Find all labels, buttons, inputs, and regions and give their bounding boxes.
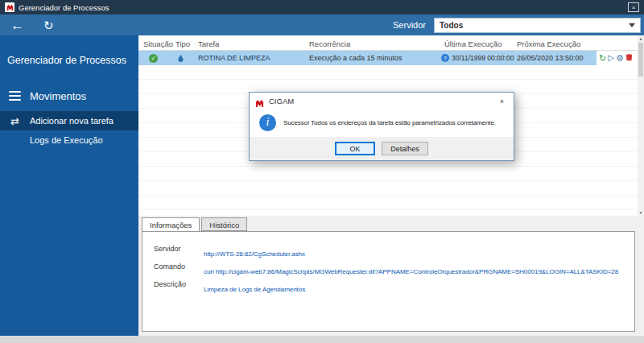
- col-recorrencia[interactable]: Recorrência: [309, 39, 350, 48]
- sidebar-section-label: Movimentos: [30, 90, 86, 102]
- details-tabs: Informações Histórico: [142, 217, 249, 232]
- scroll-up-icon[interactable]: ▲: [638, 36, 644, 41]
- menu-icon[interactable]: [9, 89, 21, 103]
- field-label: Descrição: [154, 280, 204, 288]
- details-button[interactable]: Detalhes: [382, 142, 428, 155]
- task-type-icon: [177, 54, 184, 64]
- details-box: Servidorhttp://WTS-28:82/CgScheduler.ash…: [142, 231, 635, 332]
- window-title: Gerenciador de Processos: [19, 3, 628, 12]
- dialog-message: Sucesso! Todos os endereços da tarefa es…: [283, 119, 496, 126]
- cell-proxima-execucao: 26/05/2020 13:50:00: [517, 54, 584, 62]
- sidebar-item-adicionar-nova-tarefa[interactable]: ⇄ Adicionar nova tarefa: [0, 111, 138, 130]
- swap-arrows-icon: ⇄: [9, 116, 21, 126]
- field-descricao: DescriçãoLimpeza de Logs de Agendamentos: [154, 280, 305, 295]
- server-select[interactable]: Todos: [434, 18, 641, 33]
- tab-historico[interactable]: Histórico: [201, 217, 247, 231]
- tab-informacoes[interactable]: Informações: [142, 217, 200, 232]
- col-situacao[interactable]: Situação: [143, 39, 173, 48]
- dialog-buttons: OK Detalhes: [250, 137, 514, 160]
- refresh-button[interactable]: ↻: [43, 19, 54, 31]
- run-task-icon[interactable]: ↻: [599, 54, 606, 63]
- col-tipo[interactable]: Tipo: [175, 39, 190, 48]
- row-actions: ↻ ▷ ⚙: [599, 51, 638, 65]
- info-icon: i: [259, 114, 276, 131]
- window-titlebar: Gerenciador de Processos ×: [0, 0, 644, 14]
- sidebar: Gerenciador de Processos Movimentos ⇄ Ad…: [0, 35, 138, 336]
- chevron-down-icon: [629, 23, 635, 27]
- question-flag-icon: ?: [441, 54, 449, 62]
- field-label: Servidor: [154, 245, 204, 253]
- status-ok-icon: ✓: [149, 54, 158, 63]
- window-close-button[interactable]: ×: [628, 2, 639, 12]
- message-dialog: CIGAM × i Sucesso! Todos os endereços da…: [249, 92, 514, 161]
- sidebar-item-label: Logs de Execução: [30, 135, 103, 145]
- field-comando: Comandocurl http://cigam-web7:86/MagicSc…: [154, 262, 618, 277]
- cell-tarefa: ROTINA DE LIMPEZA: [198, 54, 270, 62]
- sidebar-section-movimentos: Movimentos: [0, 89, 138, 103]
- scroll-down-icon[interactable]: ▼: [638, 210, 644, 215]
- scrollbar-thumb[interactable]: [638, 43, 643, 76]
- cigam-logo-icon: [255, 97, 264, 105]
- dialog-title: CIGAM: [269, 97, 496, 105]
- back-button[interactable]: ←: [10, 19, 24, 32]
- col-proxima-execucao[interactable]: Próxima Execução: [517, 39, 580, 48]
- toolbar: ← ↻ Servidor Todos: [0, 14, 644, 35]
- cigam-logo-icon: [5, 2, 14, 12]
- delete-task-icon[interactable]: [625, 53, 633, 63]
- app-window: Gerenciador de Processos × ← ↻ Servidor …: [0, 0, 644, 343]
- sidebar-item-label: Adicionar nova tarefa: [30, 116, 114, 126]
- field-value-link[interactable]: Limpeza de Logs de Agendamentos: [204, 286, 305, 293]
- field-value-link[interactable]: curl http://cigam-web7:86/MagicScripts/M…: [204, 268, 618, 275]
- sidebar-title: Gerenciador de Processos: [0, 35, 138, 66]
- ok-button[interactable]: OK: [335, 142, 375, 155]
- task-settings-icon[interactable]: ⚙: [616, 54, 624, 63]
- play-task-icon[interactable]: ▷: [608, 54, 614, 62]
- field-servidor: Servidorhttp://WTS-28:82/CgScheduler.ash…: [154, 245, 305, 259]
- cell-ultima-execucao: 30/11/1999 00:00:00: [452, 54, 514, 62]
- table-row-selected[interactable]: ✓ ROTINA DE LIMPEZA Execução a cada 15 m…: [138, 51, 597, 65]
- table-header: Situação Tipo Tarefa Recorrência Última …: [138, 37, 638, 51]
- dialog-titlebar: CIGAM ×: [250, 93, 514, 110]
- window-bottom-border: [0, 336, 644, 343]
- field-label: Comando: [154, 262, 204, 271]
- details-panel: Informações Histórico Servidorhttp://WTS…: [138, 216, 644, 336]
- field-value-link[interactable]: http://WTS-28:82/CgScheduler.ashx: [204, 250, 305, 258]
- sidebar-item-logs-de-execucao[interactable]: Logs de Execução: [0, 130, 138, 150]
- col-tarefa[interactable]: Tarefa: [198, 39, 219, 48]
- server-label: Servidor: [393, 20, 426, 30]
- col-ultima-execucao[interactable]: Última Execução: [444, 39, 502, 48]
- cell-recorrencia: Execução a cada 15 minutos: [309, 54, 402, 62]
- dialog-close-button[interactable]: ×: [496, 97, 508, 106]
- vertical-scrollbar[interactable]: ▲ ▼: [638, 35, 644, 216]
- dialog-body: i Sucesso! Todos os endereços da tarefa …: [250, 110, 514, 137]
- server-select-value: Todos: [440, 21, 463, 30]
